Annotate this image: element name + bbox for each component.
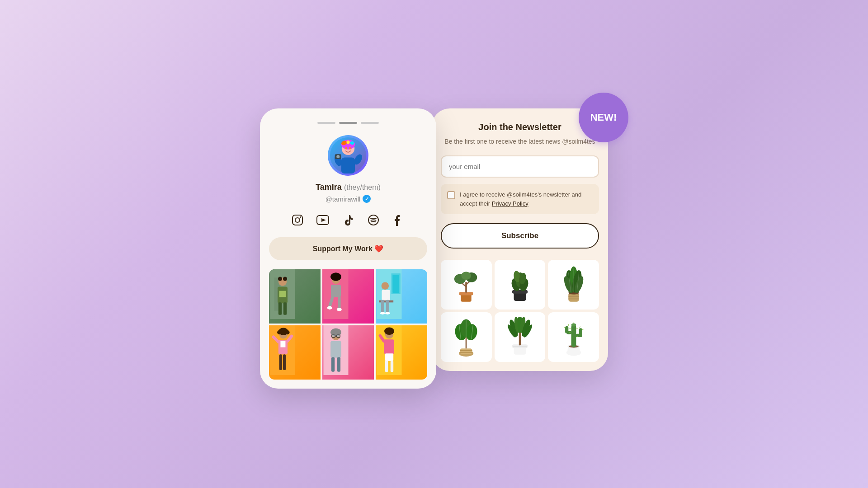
svg-line-143 — [582, 329, 584, 330]
profile-pronoun: (they/them) — [344, 183, 381, 191]
photo-cell-5[interactable] — [322, 325, 374, 380]
photo-cell-2[interactable] — [322, 269, 374, 324]
svg-rect-56 — [279, 354, 282, 370]
privacy-policy-link[interactable]: Privacy Policy — [492, 200, 528, 207]
svg-rect-8 — [341, 157, 355, 174]
svg-point-35 — [327, 306, 332, 310]
email-input[interactable] — [441, 155, 599, 178]
svg-point-50 — [277, 330, 281, 334]
svg-rect-42 — [382, 290, 390, 300]
svg-rect-28 — [283, 302, 287, 315]
photo-cell-6[interactable] — [376, 325, 427, 380]
svg-rect-39 — [392, 275, 399, 293]
consent-checkbox[interactable] — [447, 191, 455, 199]
youtube-icon[interactable] — [315, 212, 331, 228]
svg-rect-27 — [278, 302, 282, 315]
left-phone: Tamira (they/them) @tamirawill ✓ — [260, 108, 436, 389]
plant-grid — [441, 260, 599, 362]
handle-text: @tamirawill — [326, 195, 361, 203]
notch-bar-2 — [339, 122, 357, 124]
svg-rect-61 — [332, 335, 335, 338]
notch-bar-1 — [317, 122, 335, 124]
plant-cell-6[interactable] — [548, 312, 599, 362]
svg-rect-43 — [381, 300, 384, 313]
svg-rect-106 — [460, 348, 472, 354]
plant-cell-4[interactable] — [441, 312, 492, 362]
photo-grid — [269, 269, 427, 380]
svg-point-145 — [571, 323, 576, 326]
plant-cell-2[interactable] — [495, 260, 546, 310]
subscribe-button-label: Subscribe — [501, 231, 538, 240]
tiktok-icon[interactable] — [340, 212, 356, 228]
svg-point-45 — [380, 312, 385, 314]
consent-label: I agree to receive @soilm4tes's newslett… — [460, 190, 593, 208]
phone-notch — [269, 122, 427, 124]
svg-rect-32 — [331, 285, 341, 297]
svg-marker-17 — [321, 218, 326, 222]
svg-point-6 — [345, 147, 347, 149]
svg-rect-44 — [386, 300, 389, 313]
svg-rect-66 — [337, 357, 340, 372]
right-panel: NEW! Join the Newsletter Be the first on… — [432, 108, 608, 371]
svg-rect-135 — [579, 328, 582, 337]
support-button-label: Support My Work — [313, 245, 373, 253]
photo-cell-1[interactable] — [269, 269, 321, 324]
profile-name: Tamira (they/them) — [269, 183, 427, 192]
svg-point-24 — [283, 277, 287, 281]
profile-name-text: Tamira — [316, 183, 342, 192]
svg-rect-13 — [292, 215, 302, 225]
consent-row: I agree to receive @soilm4tes's newslett… — [441, 184, 599, 214]
svg-rect-53 — [280, 341, 285, 347]
svg-point-31 — [330, 272, 341, 281]
plant-cell-1[interactable] — [441, 260, 492, 310]
spotify-icon[interactable] — [365, 212, 382, 228]
svg-point-36 — [337, 308, 342, 311]
social-icons — [269, 212, 427, 228]
svg-line-141 — [563, 327, 565, 328]
svg-rect-131 — [571, 325, 576, 347]
svg-point-69 — [384, 328, 394, 335]
svg-rect-26 — [279, 291, 286, 297]
svg-rect-62 — [337, 335, 340, 338]
instagram-icon[interactable] — [289, 212, 306, 228]
profile-handle: @tamirawill ✓ — [269, 195, 427, 203]
newsletter-description: Be the first one to receive the latest n… — [441, 137, 599, 146]
svg-point-12 — [336, 155, 340, 158]
svg-point-15 — [300, 216, 301, 218]
svg-rect-70 — [384, 339, 394, 354]
svg-point-82 — [462, 272, 472, 280]
svg-rect-73 — [385, 361, 388, 372]
svg-point-46 — [385, 312, 390, 314]
photo-cell-4[interactable] — [269, 325, 321, 380]
subscribe-button[interactable]: Subscribe — [441, 223, 599, 249]
svg-point-23 — [278, 277, 282, 281]
svg-line-144 — [579, 327, 580, 328]
svg-line-136 — [569, 328, 571, 329]
support-button-emoji: ❤️ — [374, 245, 383, 253]
plant-cell-5[interactable] — [495, 312, 546, 362]
svg-rect-84 — [512, 290, 528, 294]
svg-point-41 — [382, 282, 389, 290]
notch-bar-3 — [361, 122, 379, 124]
svg-rect-133 — [565, 326, 568, 333]
facebook-icon[interactable] — [391, 212, 407, 228]
verified-badge: ✓ — [363, 195, 371, 203]
svg-rect-74 — [391, 361, 393, 372]
newsletter-title: Join the Newsletter — [441, 122, 599, 132]
svg-point-7 — [349, 147, 351, 149]
plant-cell-3[interactable] — [548, 260, 599, 310]
avatar — [328, 135, 368, 176]
svg-point-51 — [285, 330, 289, 334]
avatar-svg — [330, 137, 366, 174]
photo-cell-3[interactable] — [376, 269, 427, 324]
svg-point-14 — [295, 218, 300, 222]
svg-line-138 — [576, 328, 578, 329]
svg-rect-57 — [283, 354, 286, 370]
phones-container: Tamira (they/them) @tamirawill ✓ — [260, 108, 608, 389]
svg-rect-64 — [330, 341, 341, 358]
svg-rect-71 — [385, 353, 393, 361]
new-badge-text: NEW! — [590, 112, 617, 123]
support-my-work-button[interactable]: Support My Work ❤️ — [269, 237, 427, 260]
svg-rect-65 — [331, 357, 335, 372]
new-badge: NEW! — [579, 93, 628, 142]
